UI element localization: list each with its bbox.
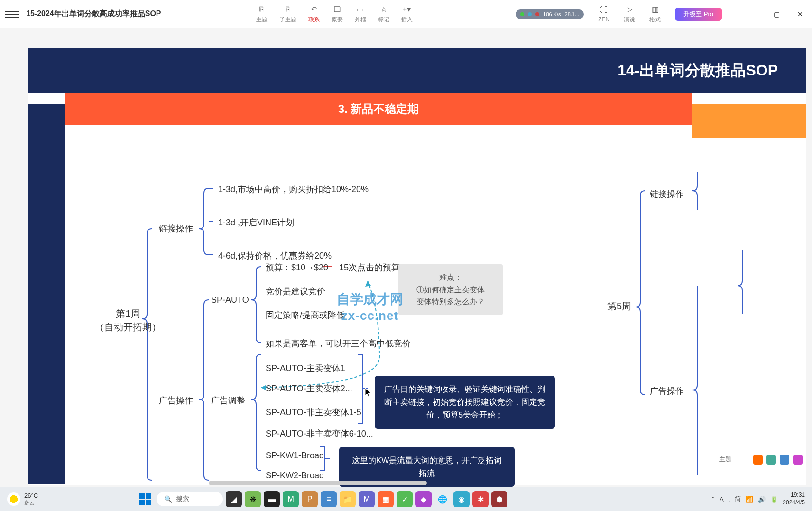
battery-icon[interactable]: 🔋: [770, 496, 778, 503]
ime-letter[interactable]: A: [720, 496, 724, 503]
subtheme-icon: ⎘: [283, 5, 293, 14]
kw-2[interactable]: SP-KW2-Broad: [266, 471, 324, 481]
maximize-button[interactable]: ▢: [769, 7, 784, 21]
file-explorer-icon[interactable]: 📁: [340, 491, 356, 507]
hamburger-menu-icon[interactable]: [5, 7, 19, 21]
relation-button[interactable]: ↶联系: [308, 5, 320, 24]
windows-taskbar: 26°C 多云 🔍搜索 ◢ ❋ ▬ M P ≡ 📁 M ▦ ✓ ◆ 🌐 ◉ ✱ …: [0, 487, 812, 511]
summary-icon: ❏: [332, 5, 342, 14]
summary-button[interactable]: ❏概要: [332, 5, 343, 24]
slide: 14-出单词分散推品SOP 3. 新品不稳定期: [28, 48, 806, 485]
marker-button[interactable]: ☆标记: [378, 5, 389, 24]
system-stats: 186 K/s28.1...: [516, 9, 584, 19]
section-banner: 3. 新品不稳定期: [65, 93, 692, 125]
taskbar-app-8[interactable]: M: [359, 491, 375, 507]
topic-hint: 主题: [719, 455, 731, 464]
theme-icon: ⎘: [257, 5, 267, 14]
horizontal-scrollbar[interactable]: [209, 481, 427, 485]
wifi-icon[interactable]: 📶: [746, 496, 753, 503]
upgrade-button[interactable]: 升级至 Pro: [675, 8, 722, 21]
boundary-button[interactable]: ▭外框: [355, 5, 366, 24]
variant-2[interactable]: SP-AUTO-主卖变体2...: [266, 383, 352, 394]
link-ops-item-2[interactable]: 1-3d ,开启VINE计划: [218, 217, 294, 228]
link-ops-node[interactable]: 链接操作: [159, 223, 193, 234]
taskbar-app-10[interactable]: ✓: [397, 491, 413, 507]
ad-ops-right-node[interactable]: 广告操作: [650, 385, 684, 397]
start-button[interactable]: [137, 491, 154, 508]
present-button[interactable]: ▷演说: [624, 5, 635, 24]
plus-icon: +▾: [402, 5, 412, 14]
high-order-node[interactable]: 如果是高客单，可以开三个高中低竞价: [266, 338, 411, 349]
expand-icon: ⛶: [599, 5, 609, 15]
svg-marker-6: [365, 281, 371, 287]
taskbar-app-4[interactable]: M: [283, 491, 299, 507]
weather-icon: [7, 492, 20, 506]
tray-chevron-icon[interactable]: ˄: [711, 496, 715, 503]
ime-punct[interactable]: ,: [729, 496, 730, 503]
link-ops-item-3[interactable]: 4-6d,保持价格，优惠券给20%: [218, 250, 332, 261]
taskbar-app-15[interactable]: ⬢: [491, 491, 508, 507]
slide-title: 14-出单词分散推品SOP: [28, 48, 806, 93]
week5-node[interactable]: 第5周: [607, 300, 631, 313]
watermark: 自学成才网 zx-cc.net: [337, 290, 403, 323]
taskbar-app-6[interactable]: ≡: [321, 491, 337, 507]
sp-auto-node[interactable]: SP-AUTO: [211, 295, 249, 305]
link-ops-item-1[interactable]: 1-3d,市场中高价，购买折扣给10%-20%: [218, 184, 369, 195]
kw-1[interactable]: SP-KW1-Broad: [266, 451, 324, 461]
editor-tray: [753, 455, 803, 465]
taskbar-app-2[interactable]: ❋: [245, 491, 261, 507]
close-button[interactable]: ✕: [793, 7, 807, 21]
taskbar-app-11[interactable]: ◆: [415, 491, 432, 507]
bid-node[interactable]: 竞价是建议竞价: [266, 286, 325, 297]
side-banner-left: [28, 104, 65, 484]
side-banner-right: [692, 104, 806, 138]
document-title: 15-2024年出单词分散高成功率推品SOP: [26, 9, 161, 19]
strategy-node[interactable]: 固定策略/提高或降低: [266, 309, 345, 321]
zen-button[interactable]: ⛶ZEN: [598, 5, 609, 23]
variant-1[interactable]: SP-AUTO-主卖变体1: [266, 362, 345, 374]
weather-widget[interactable]: 26°C 多云: [7, 492, 38, 506]
ad-ops-node[interactable]: 广告操作: [159, 395, 193, 406]
variant-4[interactable]: SP-AUTO-非主卖变体6-10...: [266, 428, 373, 439]
star-icon: ☆: [379, 5, 388, 14]
search-icon: 🔍: [164, 495, 172, 503]
ad-adjust-node[interactable]: 广告调整: [211, 395, 245, 406]
volume-icon[interactable]: 🔊: [758, 496, 766, 503]
ime-s-icon[interactable]: [753, 455, 763, 465]
clock[interactable]: 19:31 2024/4/5: [783, 492, 805, 506]
theme-button[interactable]: ⎘主题: [256, 5, 268, 24]
taskbar-app-5[interactable]: P: [302, 491, 318, 507]
budget-node[interactable]: 预算：$10→$20: [266, 262, 328, 273]
boundary-icon: ▭: [356, 5, 365, 14]
taskbar-app-3[interactable]: ▬: [264, 491, 280, 507]
insert-button[interactable]: +▾插入: [401, 5, 413, 24]
minimize-button[interactable]: —: [746, 7, 760, 21]
taskbar-app-1[interactable]: ◢: [226, 491, 242, 507]
subtheme-button[interactable]: ⎘子主题: [279, 5, 296, 24]
taskbar-app-14[interactable]: ✱: [472, 491, 489, 507]
format-button[interactable]: ▥格式: [649, 5, 661, 24]
callout-difficulty[interactable]: 难点： ①如何确定主卖变体 变体特别多怎么办？: [398, 264, 503, 315]
tray-icon-3[interactable]: [793, 455, 803, 465]
tray-icon-2[interactable]: [780, 455, 789, 465]
titlebar: 15-2024年出单词分散高成功率推品SOP ⎘主题 ⎘子主题 ↶联系 ❏概要 …: [0, 0, 812, 28]
tray-icon-1[interactable]: [766, 455, 776, 465]
budget-note-node[interactable]: 15次点击的预算: [339, 262, 400, 273]
taskbar-app-9[interactable]: ▦: [378, 491, 394, 507]
chrome-icon[interactable]: 🌐: [434, 491, 451, 507]
mindmap-canvas[interactable]: 14-出单词分散推品SOP 3. 新品不稳定期: [0, 28, 812, 487]
mindmap-content: 第1周 （自动开拓期） 链接操作 1-3d,市场中高价，购买折扣给10%-20%…: [76, 143, 797, 485]
week1-node[interactable]: 第1周 （自动开拓期）: [95, 307, 161, 334]
layout-icon: ▥: [650, 5, 660, 14]
taskbar-search[interactable]: 🔍搜索: [157, 492, 223, 506]
relation-icon: ↶: [309, 5, 319, 14]
variant-3[interactable]: SP-AUTO-非主卖变体1-5: [266, 407, 361, 418]
ime-mode[interactable]: 简: [735, 495, 741, 503]
taskbar-app-13[interactable]: ◉: [453, 491, 470, 507]
link-ops-right-node[interactable]: 链接操作: [650, 188, 684, 200]
play-icon: ▷: [625, 5, 634, 14]
callout-ad-purpose[interactable]: 广告目的关键词收录、验证关键词准确性、判断主卖链接，初始竞价按照建议竞价，固定竞…: [375, 376, 555, 429]
svg-marker-5: [261, 385, 266, 390]
